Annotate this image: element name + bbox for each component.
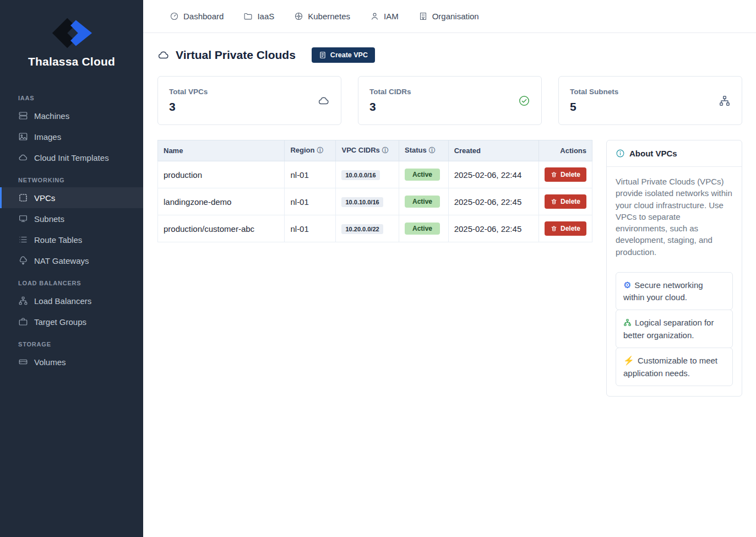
vpc-region: nl-01 [285, 215, 336, 242]
building-icon [418, 12, 428, 21]
col-header-name: Name [158, 140, 285, 161]
stat-label: Total VPCs [169, 88, 208, 96]
stat-label: Total Subnets [570, 88, 618, 96]
route-tables-icon [18, 235, 28, 245]
table-row: production nl-01 10.0.0.0/16 Active 2025… [158, 161, 592, 188]
sidebar-item-cloud-init-templates[interactable]: Cloud Init Templates [0, 147, 143, 168]
kubernetes-icon [294, 12, 303, 21]
page-header: Virtual Private Clouds Create VPC [157, 47, 742, 63]
server-icon [18, 111, 28, 121]
main-area: Dashboard IaaS Kubernetes IAM Organisati… [143, 0, 756, 537]
sidebar-item-subnets[interactable]: Subnets [0, 208, 143, 229]
sidebar-item-target-groups[interactable]: Target Groups [0, 311, 143, 332]
vpc-cidr-cell: 10.20.0.0/22 [336, 215, 399, 242]
document-icon [319, 51, 327, 59]
sidebar-nav: IAAS Machines Images Cloud Init Template… [0, 86, 143, 372]
delete-button[interactable]: Delete [545, 221, 586, 236]
col-header-status: Statusⓘ [399, 140, 449, 161]
cidr-badge: 10.0.10.0/16 [341, 197, 383, 207]
status-badge: Active [405, 169, 440, 181]
vpc-name-link[interactable]: landingzone-demo [158, 188, 285, 215]
create-vpc-button[interactable]: Create VPC [312, 47, 375, 63]
top-navbar: Dashboard IaaS Kubernetes IAM Organisati… [143, 0, 756, 33]
col-header-region: Regionⓘ [285, 140, 336, 161]
brand-logo [0, 0, 143, 48]
sidebar-item-label: VPCs [34, 193, 55, 203]
info-icon[interactable]: ⓘ [382, 147, 389, 154]
info-icon[interactable]: ⓘ [317, 147, 324, 154]
vpc-table-wrap: Name Regionⓘ VPC CIDRsⓘ Statusⓘ Created … [157, 140, 592, 242]
sidebar-item-images[interactable]: Images [0, 126, 143, 147]
app-root: Thalassa Cloud IAAS Machines Images Clou… [0, 0, 756, 537]
stat-card-total-subnets: Total Subnets 5 [558, 76, 742, 125]
nav-item-label: Organisation [432, 12, 479, 21]
col-header-actions: Actions [539, 140, 592, 161]
cloud-icon [18, 153, 28, 162]
sidebar-item-nat-gateways[interactable]: NAT Gateways [0, 250, 143, 271]
status-badge: Active [405, 196, 440, 208]
user-icon [370, 12, 379, 21]
page-content: Virtual Private Clouds Create VPC Total … [143, 33, 756, 397]
delete-button[interactable]: Delete [545, 167, 586, 182]
create-vpc-label: Create VPC [330, 51, 368, 59]
cloud-icon [157, 49, 170, 61]
stat-value: 3 [169, 100, 208, 113]
info-icon[interactable]: ⓘ [429, 147, 436, 154]
sidebar-item-machines[interactable]: Machines [0, 105, 143, 126]
section-label-iaas: IAAS [0, 86, 143, 105]
vpc-status-cell: Active [399, 215, 449, 242]
about-panel-body: Virtual Private Clouds (VPCs) provide is… [607, 167, 742, 396]
sidebar-item-label: Volumes [34, 357, 66, 367]
vpc-name-link[interactable]: production/customer-abc [158, 215, 285, 242]
page-title: Virtual Private Clouds [176, 48, 296, 62]
sidebar-item-label: Machines [34, 111, 69, 121]
cloud-icon [318, 95, 330, 107]
sidebar-item-load-balancers[interactable]: Load Balancers [0, 290, 143, 311]
nav-item-organisation[interactable]: Organisation [411, 7, 487, 25]
briefcase-icon [18, 317, 28, 327]
sidebar-item-vpcs[interactable]: VPCs [0, 187, 143, 208]
vpc-created: 2025-02-06, 22:44 [448, 161, 539, 188]
subnets-icon [18, 214, 28, 224]
feature-secure-networking: ⚙Secure networking within your cloud. [616, 272, 733, 310]
trash-icon [551, 171, 557, 178]
nav-item-label: IAM [384, 12, 399, 21]
vpc-created: 2025-02-06, 22:45 [448, 215, 539, 242]
nav-item-dashboard[interactable]: Dashboard [162, 7, 231, 25]
col-header-cidrs: VPC CIDRsⓘ [336, 140, 399, 161]
col-header-created: Created [448, 140, 539, 161]
dashboard-icon [170, 12, 179, 21]
sidebar-item-label: Target Groups [34, 317, 86, 327]
vpc-name-link[interactable]: production [158, 161, 285, 188]
nav-item-kubernetes[interactable]: Kubernetes [286, 7, 358, 25]
delete-button[interactable]: Delete [545, 194, 586, 209]
stat-value: 5 [570, 100, 618, 113]
stat-card-total-cidrs: Total CIDRs 3 [358, 76, 542, 125]
sidebar-item-volumes[interactable]: Volumes [0, 351, 143, 372]
vpc-region: nl-01 [285, 188, 336, 215]
table-header-row: Name Regionⓘ VPC CIDRsⓘ Statusⓘ Created … [158, 140, 592, 161]
sidebar-item-label: Subnets [34, 214, 64, 224]
hierarchy-icon [623, 318, 632, 329]
sidebar-item-label: Route Tables [34, 235, 82, 245]
nav-item-iam[interactable]: IAM [362, 7, 406, 25]
nav-item-label: Dashboard [183, 12, 224, 21]
sidebar: Thalassa Cloud IAAS Machines Images Clou… [0, 0, 143, 537]
feature-logical-separation: Logical separation for better organizati… [616, 310, 733, 348]
nav-item-label: Kubernetes [308, 12, 350, 21]
about-panel-title: About VPCs [629, 149, 677, 158]
sidebar-item-label: Load Balancers [34, 296, 91, 306]
sidebar-item-label: Cloud Init Templates [34, 153, 109, 162]
gear-icon: ⚙ [623, 280, 631, 290]
nav-item-iaas[interactable]: IaaS [236, 7, 282, 25]
trash-icon [551, 198, 557, 205]
image-icon [18, 132, 28, 142]
section-label-networking: NETWORKING [0, 168, 143, 187]
sidebar-item-route-tables[interactable]: Route Tables [0, 229, 143, 250]
about-vpcs-panel: About VPCs Virtual Private Clouds (VPCs)… [606, 140, 742, 397]
vpc-region: nl-01 [285, 161, 336, 188]
vpc-actions-cell: Delete [539, 215, 592, 242]
volume-icon [18, 357, 28, 367]
vpc-status-cell: Active [399, 188, 449, 215]
info-icon [616, 149, 625, 158]
